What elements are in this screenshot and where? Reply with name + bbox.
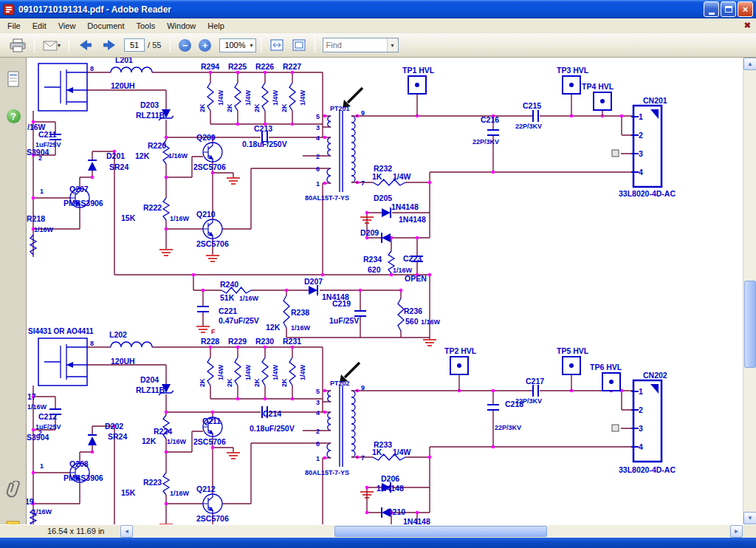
toolbar: ▾ / 55 − + 100% ▾ ▾ — [0, 33, 756, 58]
schematic-label: D210 — [387, 507, 405, 516]
schematic-label: 5 — [316, 388, 320, 395]
symbol-res — [163, 473, 169, 495]
junction-dot — [32, 428, 35, 432]
schematic-label: 2K — [281, 103, 288, 112]
find-input[interactable] — [323, 38, 387, 52]
schematic-label: L202 — [109, 330, 127, 339]
menu-window[interactable]: Window — [161, 19, 202, 32]
print-button[interactable] — [6, 35, 30, 55]
junction-dot — [428, 456, 432, 459]
page-number-input[interactable] — [124, 38, 145, 52]
menu-help[interactable]: Help — [202, 19, 230, 32]
symbol-capv — [354, 311, 366, 316]
vertical-scroll-thumb[interactable] — [744, 281, 756, 368]
junction-dot — [211, 171, 215, 175]
schematic-label: C216 — [481, 115, 499, 124]
junction-dot — [236, 346, 240, 349]
schematic-label: 33L8020-4D-AC — [619, 465, 676, 474]
schematic-label: 1/4W — [393, 448, 411, 456]
schematic-label: 1 — [40, 462, 44, 470]
schematic-label: 1 — [316, 455, 320, 462]
junction-dot — [323, 182, 327, 185]
schematic-label: R229 — [228, 337, 247, 346]
schematic-label: R240 — [220, 280, 238, 289]
junction-dot — [291, 397, 295, 401]
title-bar: 09101710191314.pdf - Adobe Reader × — [0, 0, 756, 18]
schematic-label: C221 — [219, 306, 237, 315]
zoom-in-button[interactable]: + — [195, 35, 215, 55]
schematic-label: SR24 — [109, 162, 128, 171]
scroll-right-button[interactable]: ► — [730, 525, 743, 538]
junction-dot — [323, 389, 327, 393]
schematic-label: 0.47uF/25V — [219, 316, 259, 325]
fit-page-button[interactable] — [288, 35, 310, 55]
schematic-label: 1/4W — [299, 89, 306, 106]
minimize-icon — [709, 13, 715, 15]
schematic-label: 6 — [316, 165, 320, 173]
schematic-label: R222 — [143, 203, 162, 212]
zoom-level-select[interactable]: 100% ▾ — [219, 38, 255, 52]
find-dropdown-button[interactable]: ▾ — [387, 38, 398, 52]
horizontal-scroll-thumb[interactable] — [334, 526, 547, 537]
connector-box — [631, 380, 662, 462]
schematic-label: L201 — [115, 58, 133, 64]
restore-button[interactable] — [721, 1, 736, 17]
schematic-labels: L2018120UHR294R225R226R2271/4W1/4W1/4W1/… — [27, 58, 676, 524]
previous-page-button[interactable] — [74, 35, 97, 55]
attachments-button[interactable] — [4, 480, 23, 499]
horizontal-scrollbar[interactable]: ◄ ► — [120, 525, 743, 538]
junction-dot — [323, 456, 327, 460]
menu-file[interactable]: File — [1, 19, 27, 32]
email-button[interactable]: ▾ — [39, 35, 64, 55]
schematic-label: D205 — [374, 193, 392, 202]
zoom-in-icon: + — [199, 39, 211, 52]
schematic-label: PMBS3906 — [63, 199, 103, 208]
schematic-label: 4 — [639, 168, 643, 177]
close-button[interactable]: × — [738, 1, 753, 17]
zoom-out-button[interactable]: − — [175, 35, 195, 55]
page-thumbnails-button[interactable] — [4, 69, 23, 89]
schematic-label: 1 — [316, 180, 320, 188]
schematic-label: R225 — [228, 62, 247, 71]
schematic-label: 2SC5706 — [193, 162, 226, 171]
schematic-label: 2 — [316, 153, 320, 160]
next-page-button[interactable] — [97, 35, 121, 55]
test-point-box — [602, 373, 620, 392]
schematic-drawing: L2018120UHR294R225R226R2271/4W1/4W1/4W1/… — [27, 58, 743, 524]
menu-tools[interactable]: Tools — [131, 19, 162, 32]
schematic-label: 2K — [226, 103, 233, 112]
vertical-scrollbar[interactable]: ▲ ▼ — [743, 58, 756, 524]
schematic-label: 1N4148 — [391, 202, 419, 211]
scroll-left-button[interactable]: ◄ — [120, 525, 133, 538]
menu-view[interactable]: View — [52, 19, 82, 32]
symbol-pad — [612, 150, 619, 157]
schematic-label: 1K — [372, 448, 382, 456]
menu-document[interactable]: Document — [81, 19, 130, 32]
junction-dot — [428, 273, 432, 277]
junction-dot — [416, 236, 419, 240]
junction-dot — [416, 511, 419, 515]
scroll-up-button[interactable]: ▲ — [743, 58, 756, 70]
toolbar-close-icon[interactable]: ✖ — [744, 21, 751, 30]
junction-dot — [428, 181, 432, 185]
schematic-label: 19 — [27, 497, 34, 506]
schematic-label: 1N4148 — [403, 517, 430, 524]
schematic-label: C211 — [38, 130, 57, 139]
schematic-label: 2K — [226, 378, 233, 387]
schematic-label: SI4431 OR AO4411 — [28, 327, 94, 335]
schematic-label: D202 — [105, 422, 123, 431]
minimize-button[interactable] — [704, 1, 719, 17]
symbol-res — [398, 298, 404, 331]
scroll-down-button[interactable]: ▼ — [743, 512, 756, 524]
menu-bar: File Edit View Document Tools Window Hel… — [0, 18, 756, 33]
schematic-label: 22P/3KV — [515, 123, 542, 130]
page-width-button[interactable] — [266, 35, 288, 55]
schematic-label: 1/16W — [170, 215, 190, 222]
schematic-label: R230 — [255, 337, 274, 346]
symbol-capv — [487, 130, 499, 135]
menu-edit[interactable]: Edit — [27, 19, 52, 32]
help-button[interactable]: ? — [4, 106, 23, 126]
symbol-res — [207, 83, 213, 111]
test-point-box — [563, 357, 580, 391]
schematic-label: 80AL15T-7-YS — [305, 194, 349, 202]
